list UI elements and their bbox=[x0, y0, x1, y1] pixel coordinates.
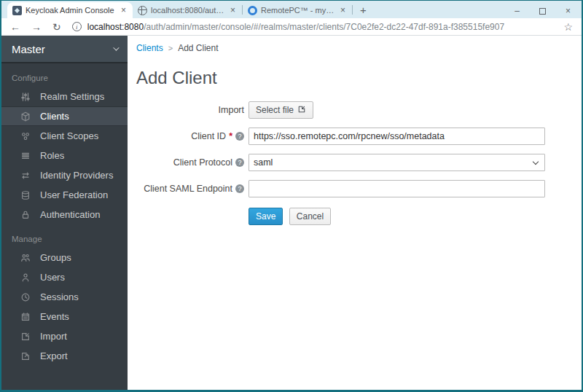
scopes-icon bbox=[20, 131, 31, 141]
client-id-input[interactable] bbox=[249, 128, 545, 145]
list-icon bbox=[20, 151, 31, 161]
client-protocol-select[interactable]: saml bbox=[249, 154, 545, 171]
sidebar-item-label: Realm Settings bbox=[40, 91, 104, 102]
sidebar-item-client-scopes[interactable]: Client Scopes bbox=[1, 126, 128, 146]
sidebar-item-realm-settings[interactable]: Realm Settings bbox=[1, 87, 128, 106]
sidebar-item-label: Groups bbox=[40, 252, 71, 263]
tab-title: localhost:8080/auth/realms/mast bbox=[151, 6, 225, 15]
form-row-client-saml-endpoint: Client SAML Endpoint ? bbox=[136, 180, 582, 197]
url-path: /auth/admin/master/console/#/realms/mast… bbox=[144, 22, 504, 32]
tab-title: RemotePC™ - my account inform bbox=[261, 6, 335, 15]
keycloak-admin-console: Master Configure Realm Settings Clients … bbox=[1, 36, 582, 390]
breadcrumb-clients-link[interactable]: Clients bbox=[136, 43, 163, 53]
help-icon[interactable]: ? bbox=[235, 184, 244, 193]
selected-option: saml bbox=[254, 157, 273, 168]
keycloak-favicon-icon bbox=[12, 6, 22, 15]
chevron-down-icon bbox=[113, 44, 119, 50]
help-icon[interactable]: ? bbox=[235, 132, 244, 141]
breadcrumb: Clients > Add Client bbox=[136, 43, 582, 53]
tab-title: Keycloak Admin Console bbox=[26, 6, 116, 15]
import-icon bbox=[20, 332, 31, 342]
calendar-icon bbox=[20, 312, 31, 322]
groups-icon bbox=[20, 253, 31, 263]
file-import-icon bbox=[297, 105, 306, 116]
export-icon bbox=[20, 351, 31, 361]
sidebar-item-identity-providers[interactable]: Identity Providers bbox=[1, 165, 128, 185]
database-icon bbox=[20, 190, 31, 200]
browser-tab-bar: Keycloak Admin Console × localhost:8080/… bbox=[1, 1, 582, 18]
help-icon[interactable]: ? bbox=[235, 158, 244, 167]
chevron-down-icon bbox=[533, 159, 539, 165]
client-protocol-label: Client Protocol ? bbox=[136, 157, 244, 168]
sidebar-item-roles[interactable]: Roles bbox=[1, 146, 128, 165]
sidebar-item-authentication[interactable]: Authentication bbox=[1, 205, 128, 224]
client-id-label: Client ID * ? bbox=[136, 131, 244, 141]
bookmark-star-icon[interactable]: ☆ bbox=[563, 21, 573, 33]
main-content: Clients > Add Client Add Client Import S… bbox=[128, 36, 582, 390]
sliders-icon bbox=[20, 92, 31, 102]
tab-localhost-realms[interactable]: localhost:8080/auth/realms/mast × bbox=[133, 2, 242, 18]
tab-close-icon[interactable]: × bbox=[229, 6, 237, 15]
sidebar-item-user-federation[interactable]: User Federation bbox=[1, 185, 128, 205]
cube-icon bbox=[20, 111, 31, 122]
tab-close-icon[interactable]: × bbox=[120, 6, 128, 15]
refresh-icon[interactable]: ↻ bbox=[52, 22, 61, 32]
realm-selector[interactable]: Master bbox=[1, 36, 128, 63]
sidebar-item-users[interactable]: Users bbox=[1, 267, 128, 287]
tab-keycloak-admin-console[interactable]: Keycloak Admin Console × bbox=[7, 2, 133, 18]
form-row-import: Import Select file bbox=[136, 101, 582, 119]
tab-separator bbox=[352, 5, 353, 15]
new-tab-button[interactable]: + bbox=[360, 4, 367, 16]
address-input[interactable]: localhost:8080/auth/admin/master/console… bbox=[87, 22, 504, 32]
sidebar-item-label: Client Scopes bbox=[40, 130, 98, 141]
tab-close-icon[interactable]: × bbox=[339, 6, 347, 15]
browser-window: Keycloak Admin Console × localhost:8080/… bbox=[0, 0, 583, 392]
form-row-client-protocol: Client Protocol ? saml bbox=[136, 154, 582, 171]
breadcrumb-separator: > bbox=[168, 44, 173, 52]
section-label-configure: Configure bbox=[1, 63, 128, 87]
back-icon[interactable]: ← bbox=[10, 22, 20, 32]
sidebar-item-sessions[interactable]: Sessions bbox=[1, 287, 128, 307]
minimize-button[interactable]: – bbox=[514, 7, 520, 15]
page-title: Add Client bbox=[136, 68, 582, 88]
sidebar-item-events[interactable]: Events bbox=[1, 307, 128, 326]
sidebar-item-label: Authentication bbox=[40, 209, 100, 220]
lock-icon bbox=[20, 210, 31, 220]
form-actions: Save Cancel bbox=[136, 208, 582, 225]
user-icon bbox=[20, 273, 31, 283]
clock-icon bbox=[20, 292, 31, 302]
client-saml-endpoint-label: Client SAML Endpoint ? bbox=[136, 184, 244, 194]
sidebar-item-export[interactable]: Export bbox=[1, 346, 128, 366]
required-asterisk: * bbox=[229, 131, 232, 141]
sidebar-item-label: User Federation bbox=[40, 189, 108, 200]
realm-name: Master bbox=[12, 43, 45, 55]
sidebar-item-label: Import bbox=[40, 331, 67, 342]
sidebar-item-label: Sessions bbox=[40, 291, 79, 302]
sidebar: Master Configure Realm Settings Clients … bbox=[1, 36, 128, 390]
restore-button[interactable] bbox=[539, 8, 546, 15]
tab-remotepc[interactable]: RemotePC™ - my account inform × bbox=[243, 2, 352, 18]
browser-url-bar: ← → ↻ i localhost:8080/auth/admin/master… bbox=[1, 18, 582, 36]
globe-favicon-icon bbox=[138, 6, 147, 15]
save-button[interactable]: Save bbox=[249, 208, 283, 225]
add-client-form: Import Select file Client ID * ? bbox=[136, 101, 582, 225]
close-button[interactable]: × bbox=[566, 7, 571, 15]
select-file-button[interactable]: Select file bbox=[249, 101, 313, 119]
remotepc-favicon-icon bbox=[248, 6, 257, 15]
forward-icon[interactable]: → bbox=[31, 22, 42, 32]
sidebar-item-import[interactable]: Import bbox=[1, 326, 128, 346]
sidebar-item-groups[interactable]: Groups bbox=[1, 248, 128, 267]
sidebar-item-label: Identity Providers bbox=[40, 170, 113, 181]
sidebar-item-label: Clients bbox=[40, 111, 69, 122]
client-saml-endpoint-input[interactable] bbox=[249, 180, 545, 197]
sidebar-item-label: Users bbox=[40, 272, 65, 283]
sidebar-item-clients[interactable]: Clients bbox=[1, 106, 128, 126]
sidebar-item-label: Export bbox=[40, 350, 68, 361]
window-controls: – × bbox=[514, 7, 582, 18]
cancel-button[interactable]: Cancel bbox=[289, 208, 331, 225]
section-label-manage: Manage bbox=[1, 224, 128, 248]
site-info-icon[interactable]: i bbox=[72, 22, 82, 31]
sidebar-item-label: Events bbox=[40, 311, 69, 322]
exchange-arrows-icon bbox=[20, 170, 31, 181]
form-row-client-id: Client ID * ? bbox=[136, 128, 582, 145]
